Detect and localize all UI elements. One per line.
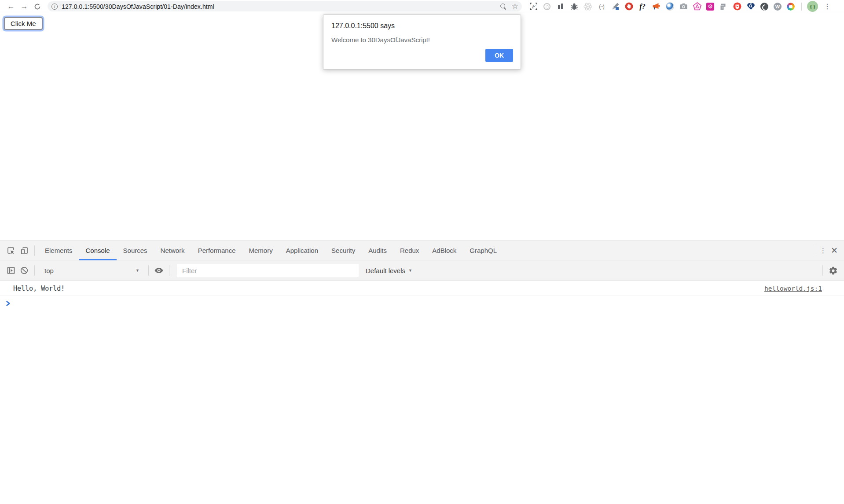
tab-adblock[interactable]: AdBlock	[426, 241, 463, 260]
w-circle-icon[interactable]: W	[774, 3, 782, 11]
log-levels-select[interactable]: Default levels ▼	[366, 267, 412, 274]
tab-performance[interactable]: Performance	[191, 241, 242, 260]
console-toolbar-separator-4	[822, 265, 823, 276]
prompt-chevron-icon	[6, 300, 11, 307]
inspect-element-icon[interactable]	[4, 244, 18, 257]
alert-title: 127.0.0.1:5500 says	[331, 22, 513, 30]
paren-icon[interactable]: (⋅⋅)	[597, 2, 606, 11]
devtools-panel: Elements Console Sources Network Perform…	[0, 241, 844, 504]
tab-audits[interactable]: Audits	[362, 241, 393, 260]
settings-gear-icon[interactable]	[826, 264, 840, 277]
zoom-icon[interactable]	[500, 3, 506, 10]
tab-memory[interactable]: Memory	[242, 241, 279, 260]
color-wheel-icon[interactable]	[786, 2, 795, 11]
url-text[interactable]: 127.0.0.1:5500/30DaysOfJavaScript/01-Day…	[62, 3, 500, 10]
profile-avatar[interactable]: { }	[807, 1, 818, 12]
filter-input[interactable]	[176, 263, 359, 278]
console-toolbar-separator-3	[169, 265, 169, 276]
tab-elements[interactable]: Elements	[38, 241, 79, 260]
tab-network[interactable]: Network	[154, 241, 191, 260]
bug-icon[interactable]	[570, 2, 579, 11]
dark-globe-icon[interactable]	[760, 2, 769, 11]
tab-sources[interactable]: Sources	[117, 241, 154, 260]
click-me-button[interactable]: Click Me	[4, 17, 43, 30]
bookmark-star-icon[interactable]: ☆	[512, 3, 518, 10]
browser-menu-icon[interactable]: ⋮	[824, 3, 831, 10]
devtools-close-icon[interactable]: ✕	[831, 245, 838, 256]
orbit-icon[interactable]	[543, 2, 551, 11]
heart-search-icon[interactable]	[746, 2, 755, 11]
tabbar-separator	[34, 245, 35, 256]
tab-console[interactable]: Console	[79, 241, 117, 260]
clear-console-icon[interactable]	[18, 264, 31, 277]
font-capture-icon[interactable]: F	[529, 2, 538, 11]
browser-toolbar: ← → i 127.0.0.1:5500/30DaysOfJavaScript/…	[0, 0, 844, 13]
console-toolbar: top ▼ Default levels ▼	[0, 260, 844, 281]
stop-hand-icon[interactable]	[624, 2, 633, 11]
swirl-icon[interactable]	[665, 2, 674, 11]
tab-application[interactable]: Application	[279, 241, 325, 260]
execution-context-label: top	[44, 267, 54, 274]
console-sidebar-icon[interactable]	[4, 264, 18, 277]
react-devtools-icon[interactable]	[583, 2, 592, 11]
f-question-icon[interactable]: f?	[638, 2, 647, 11]
console-toolbar-separator	[34, 265, 35, 276]
console-source-link[interactable]: helloworld.js:1	[764, 285, 822, 292]
url-bar[interactable]: i 127.0.0.1:5500/30DaysOfJavaScript/01-D…	[48, 1, 522, 11]
tab-graphql[interactable]: GraphQL	[463, 241, 503, 260]
console-messages: Hello, World! helloworld.js:1	[0, 281, 844, 504]
pocket-icon[interactable]	[733, 2, 741, 11]
camera-icon[interactable]	[679, 2, 688, 11]
tab-security[interactable]: Security	[325, 241, 362, 260]
apollo-graphql-icon[interactable]	[693, 2, 701, 11]
execution-context-select[interactable]: top ▼	[38, 267, 145, 274]
devtools-menu-icon[interactable]: ⋮	[820, 247, 826, 255]
toolbar-separator	[801, 3, 802, 11]
forward-icon[interactable]: →	[18, 1, 30, 12]
gear-square-icon[interactable]: ⚙	[706, 3, 714, 11]
page-viewport: Click Me 127.0.0.1:5500 says Welcome to …	[0, 13, 844, 241]
chevron-down-icon: ▼	[136, 268, 139, 273]
console-log-text: Hello, World!	[13, 285, 65, 292]
tabbar-right-separator	[816, 245, 816, 256]
device-toolbar-icon[interactable]	[18, 244, 31, 257]
console-log-row[interactable]: Hello, World! helloworld.js:1	[0, 281, 844, 296]
columns-icon[interactable]	[556, 2, 565, 11]
extension-strip: F (⋅⋅) f? ⚙	[529, 2, 795, 11]
megaphone-icon[interactable]	[652, 2, 661, 11]
page-info-icon[interactable]: i	[51, 4, 58, 10]
log-levels-label: Default levels	[366, 267, 405, 274]
angular-arrow-icon[interactable]	[719, 2, 728, 11]
reload-icon[interactable]	[32, 1, 43, 12]
alert-ok-button[interactable]: OK	[485, 49, 513, 62]
tab-redux[interactable]: Redux	[393, 241, 426, 260]
devtools-tabbar: Elements Console Sources Network Perform…	[0, 241, 844, 260]
alert-message: Welcome to 30DaysOfJavaScript!	[331, 36, 513, 44]
eyedropper-icon[interactable]	[611, 2, 620, 11]
alert-dialog: 127.0.0.1:5500 says Welcome to 30DaysOfJ…	[323, 15, 521, 69]
chevron-down-icon: ▼	[408, 268, 412, 273]
live-expression-eye-icon[interactable]	[152, 264, 165, 277]
back-icon[interactable]: ←	[5, 1, 17, 12]
console-prompt[interactable]	[0, 296, 844, 311]
console-toolbar-separator-2	[148, 265, 149, 276]
svg-text:F: F	[532, 3, 536, 10]
